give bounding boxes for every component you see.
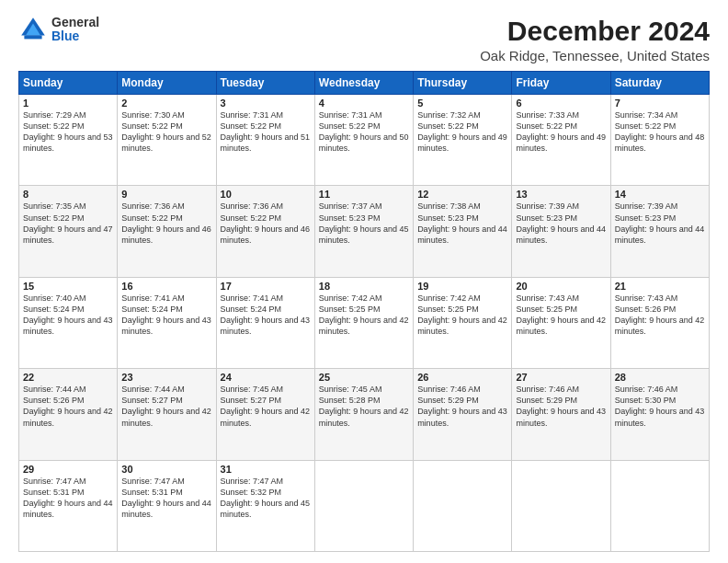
day-cell — [512, 460, 610, 551]
day-number: 28 — [615, 372, 705, 383]
day-cell — [610, 460, 709, 551]
day-info: Sunrise: 7:47 AM Sunset: 5:31 PM Dayligh… — [121, 476, 211, 521]
day-number: 7 — [615, 98, 705, 109]
day-cell: 4 Sunrise: 7:31 AM Sunset: 5:22 PM Dayli… — [314, 95, 413, 186]
day-number: 25 — [319, 372, 409, 383]
day-cell: 13 Sunrise: 7:39 AM Sunset: 5:23 PM Dayl… — [512, 186, 610, 277]
day-cell: 5 Sunrise: 7:32 AM Sunset: 5:22 PM Dayli… — [414, 95, 512, 186]
day-number: 9 — [121, 189, 211, 200]
day-number: 21 — [615, 281, 705, 292]
day-info: Sunrise: 7:43 AM Sunset: 5:25 PM Dayligh… — [516, 293, 606, 338]
logo-icon — [18, 15, 48, 44]
day-cell: 29 Sunrise: 7:47 AM Sunset: 5:31 PM Dayl… — [19, 460, 118, 551]
day-number: 13 — [516, 189, 606, 200]
day-cell: 25 Sunrise: 7:45 AM Sunset: 5:28 PM Dayl… — [314, 369, 413, 460]
day-header-friday: Friday — [512, 72, 610, 95]
day-info: Sunrise: 7:30 AM Sunset: 5:22 PM Dayligh… — [121, 109, 211, 155]
day-info: Sunrise: 7:41 AM Sunset: 5:24 PM Dayligh… — [221, 293, 311, 338]
day-info: Sunrise: 7:46 AM Sunset: 5:30 PM Dayligh… — [615, 384, 705, 429]
day-info: Sunrise: 7:47 AM Sunset: 5:31 PM Dayligh… — [23, 476, 113, 521]
day-info: Sunrise: 7:31 AM Sunset: 5:22 PM Dayligh… — [221, 109, 311, 155]
day-cell: 26 Sunrise: 7:46 AM Sunset: 5:29 PM Dayl… — [414, 369, 512, 460]
day-number: 18 — [319, 281, 409, 292]
day-header-tuesday: Tuesday — [216, 72, 314, 95]
logo-blue: Blue — [51, 29, 99, 43]
day-cell — [314, 460, 413, 551]
day-number: 15 — [23, 281, 113, 292]
day-info: Sunrise: 7:39 AM Sunset: 5:23 PM Dayligh… — [615, 201, 705, 246]
day-cell: 8 Sunrise: 7:35 AM Sunset: 5:22 PM Dayli… — [19, 186, 118, 277]
day-info: Sunrise: 7:37 AM Sunset: 5:23 PM Dayligh… — [319, 201, 409, 246]
header: General Blue December 2024 Oak Ridge, Te… — [18, 15, 710, 63]
day-info: Sunrise: 7:36 AM Sunset: 5:22 PM Dayligh… — [221, 201, 311, 246]
svg-rect-2 — [24, 35, 41, 39]
week-row-5: 29 Sunrise: 7:47 AM Sunset: 5:31 PM Dayl… — [19, 460, 710, 551]
day-cell: 12 Sunrise: 7:38 AM Sunset: 5:23 PM Dayl… — [414, 186, 512, 277]
day-cell: 3 Sunrise: 7:31 AM Sunset: 5:22 PM Dayli… — [216, 95, 314, 186]
day-number: 4 — [319, 98, 409, 109]
week-row-1: 1 Sunrise: 7:29 AM Sunset: 5:22 PM Dayli… — [19, 95, 710, 186]
day-number: 29 — [23, 464, 113, 475]
day-info: Sunrise: 7:35 AM Sunset: 5:22 PM Dayligh… — [23, 201, 113, 246]
calendar-table: SundayMondayTuesdayWednesdayThursdayFrid… — [18, 71, 710, 552]
day-cell: 24 Sunrise: 7:45 AM Sunset: 5:27 PM Dayl… — [216, 369, 314, 460]
day-info: Sunrise: 7:38 AM Sunset: 5:23 PM Dayligh… — [417, 201, 507, 246]
day-header-saturday: Saturday — [610, 72, 709, 95]
title-block: December 2024 Oak Ridge, Tennessee, Unit… — [480, 15, 710, 63]
day-number: 8 — [23, 189, 113, 200]
day-number: 16 — [121, 281, 211, 292]
day-info: Sunrise: 7:45 AM Sunset: 5:27 PM Dayligh… — [221, 384, 311, 429]
day-info: Sunrise: 7:33 AM Sunset: 5:22 PM Dayligh… — [516, 109, 606, 155]
day-info: Sunrise: 7:47 AM Sunset: 5:32 PM Dayligh… — [221, 476, 311, 521]
day-info: Sunrise: 7:44 AM Sunset: 5:27 PM Dayligh… — [121, 384, 211, 429]
day-cell: 22 Sunrise: 7:44 AM Sunset: 5:26 PM Dayl… — [19, 369, 118, 460]
day-cell: 2 Sunrise: 7:30 AM Sunset: 5:22 PM Dayli… — [118, 95, 216, 186]
day-number: 19 — [417, 281, 507, 292]
day-info: Sunrise: 7:36 AM Sunset: 5:22 PM Dayligh… — [121, 201, 211, 246]
day-cell: 11 Sunrise: 7:37 AM Sunset: 5:23 PM Dayl… — [314, 186, 413, 277]
day-cell: 18 Sunrise: 7:42 AM Sunset: 5:25 PM Dayl… — [314, 277, 413, 368]
day-cell: 23 Sunrise: 7:44 AM Sunset: 5:27 PM Dayl… — [118, 369, 216, 460]
day-info: Sunrise: 7:40 AM Sunset: 5:24 PM Dayligh… — [23, 293, 113, 338]
day-cell: 9 Sunrise: 7:36 AM Sunset: 5:22 PM Dayli… — [118, 186, 216, 277]
day-info: Sunrise: 7:39 AM Sunset: 5:23 PM Dayligh… — [516, 201, 606, 246]
day-info: Sunrise: 7:43 AM Sunset: 5:26 PM Dayligh… — [615, 293, 705, 338]
day-number: 10 — [221, 189, 311, 200]
day-number: 14 — [615, 189, 705, 200]
day-header-sunday: Sunday — [19, 72, 118, 95]
day-cell: 28 Sunrise: 7:46 AM Sunset: 5:30 PM Dayl… — [610, 369, 709, 460]
day-number: 17 — [221, 281, 311, 292]
day-number: 27 — [516, 372, 606, 383]
logo-general: General — [51, 16, 99, 29]
day-number: 2 — [121, 98, 211, 109]
day-cell: 14 Sunrise: 7:39 AM Sunset: 5:23 PM Dayl… — [610, 186, 709, 277]
day-cell: 15 Sunrise: 7:40 AM Sunset: 5:24 PM Dayl… — [19, 277, 118, 368]
day-cell: 7 Sunrise: 7:34 AM Sunset: 5:22 PM Dayli… — [610, 95, 709, 186]
day-cell: 20 Sunrise: 7:43 AM Sunset: 5:25 PM Dayl… — [512, 277, 610, 368]
page: General Blue December 2024 Oak Ridge, Te… — [0, 0, 728, 563]
day-cell: 10 Sunrise: 7:36 AM Sunset: 5:22 PM Dayl… — [216, 186, 314, 277]
day-cell: 21 Sunrise: 7:43 AM Sunset: 5:26 PM Dayl… — [610, 277, 709, 368]
day-info: Sunrise: 7:42 AM Sunset: 5:25 PM Dayligh… — [319, 293, 409, 338]
logo: General Blue — [18, 15, 99, 44]
day-number: 24 — [221, 372, 311, 383]
day-number: 5 — [417, 98, 507, 109]
header-row: SundayMondayTuesdayWednesdayThursdayFrid… — [19, 72, 710, 95]
day-number: 20 — [516, 281, 606, 292]
day-info: Sunrise: 7:31 AM Sunset: 5:22 PM Dayligh… — [319, 109, 409, 155]
main-title: December 2024 — [480, 15, 710, 48]
day-cell: 1 Sunrise: 7:29 AM Sunset: 5:22 PM Dayli… — [19, 95, 118, 186]
day-info: Sunrise: 7:29 AM Sunset: 5:22 PM Dayligh… — [23, 109, 113, 155]
day-info: Sunrise: 7:41 AM Sunset: 5:24 PM Dayligh… — [121, 293, 211, 338]
day-cell: 6 Sunrise: 7:33 AM Sunset: 5:22 PM Dayli… — [512, 95, 610, 186]
day-info: Sunrise: 7:42 AM Sunset: 5:25 PM Dayligh… — [417, 293, 507, 338]
day-cell — [414, 460, 512, 551]
day-info: Sunrise: 7:32 AM Sunset: 5:22 PM Dayligh… — [417, 109, 507, 155]
week-row-2: 8 Sunrise: 7:35 AM Sunset: 5:22 PM Dayli… — [19, 186, 710, 277]
week-row-4: 22 Sunrise: 7:44 AM Sunset: 5:26 PM Dayl… — [19, 369, 710, 460]
day-number: 30 — [121, 464, 211, 475]
day-info: Sunrise: 7:45 AM Sunset: 5:28 PM Dayligh… — [319, 384, 409, 429]
day-number: 12 — [417, 189, 507, 200]
day-cell: 31 Sunrise: 7:47 AM Sunset: 5:32 PM Dayl… — [216, 460, 314, 551]
subtitle: Oak Ridge, Tennessee, United States — [480, 48, 710, 63]
